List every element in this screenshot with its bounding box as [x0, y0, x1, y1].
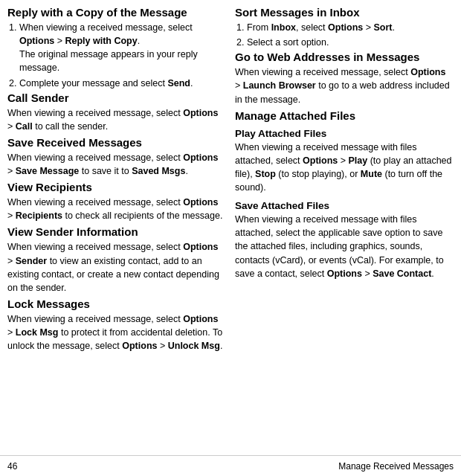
- heading-manage-attached: Manage Attached Files: [235, 109, 454, 122]
- section-go-to-web: Go to Web Addresses in Messages When vie…: [235, 51, 454, 106]
- heading-view-recipients: View Recipients: [7, 181, 223, 193]
- section-lock-messages: Lock Messages When viewing a received me…: [7, 298, 223, 353]
- heading-reply-with-copy: Reply with a Copy of the Message: [7, 6, 223, 19]
- heading-go-to-web: Go to Web Addresses in Messages: [235, 51, 454, 63]
- sub-heading-play-attached: Play Attached Files: [235, 128, 454, 139]
- footer-page-number: 46: [7, 461, 17, 472]
- list-item: Complete your message and select Send.: [19, 77, 223, 90]
- sort-messages-list: From Inbox, select Options > Sort. Selec…: [247, 21, 454, 49]
- text-view-sender-info: When viewing a received message, select …: [7, 240, 223, 295]
- sub-heading-save-attached: Save Attached Files: [235, 200, 454, 211]
- heading-save-received: Save Received Messages: [7, 136, 223, 149]
- reply-copy-list: When viewing a received message, select …: [19, 21, 223, 90]
- left-column: Reply with a Copy of the Message When vi…: [7, 6, 223, 455]
- heading-view-sender-info: View Sender Information: [7, 225, 223, 238]
- list-item: When viewing a received message, select …: [19, 21, 223, 75]
- footer-right-text: Manage Received Messages: [338, 461, 454, 472]
- heading-lock-messages: Lock Messages: [7, 298, 223, 310]
- right-column: Sort Messages in Inbox From Inbox, selec…: [235, 6, 454, 455]
- text-save-received: When viewing a received message, select …: [7, 151, 223, 178]
- list-item: Select a sort option.: [247, 36, 454, 49]
- section-view-sender-info: View Sender Information When viewing a r…: [7, 225, 223, 295]
- footer: 46 Manage Received Messages: [0, 455, 461, 476]
- content-area: Reply with a Copy of the Message When vi…: [0, 0, 461, 455]
- heading-call-sender: Call Sender: [7, 91, 223, 104]
- text-save-attached: When viewing a received message with fil…: [235, 213, 454, 280]
- section-save-received: Save Received Messages When viewing a re…: [7, 136, 223, 178]
- section-manage-attached: Manage Attached Files Play Attached File…: [235, 109, 454, 280]
- page-container: Reply with a Copy of the Message When vi…: [0, 0, 461, 476]
- text-play-attached: When viewing a received message with fil…: [235, 141, 454, 195]
- text-call-sender: When viewing a received message, select …: [7, 106, 223, 133]
- section-view-recipients: View Recipients When viewing a received …: [7, 181, 223, 222]
- section-call-sender: Call Sender When viewing a received mess…: [7, 91, 223, 133]
- section-reply-with-copy: Reply with a Copy of the Message When vi…: [7, 6, 223, 90]
- list-item: From Inbox, select Options > Sort.: [247, 21, 454, 34]
- text-go-to-web: When viewing a received message, select …: [235, 65, 454, 106]
- section-sort-messages: Sort Messages in Inbox From Inbox, selec…: [235, 6, 454, 49]
- text-lock-messages: When viewing a received message, select …: [7, 312, 223, 353]
- heading-sort-messages: Sort Messages in Inbox: [235, 6, 454, 19]
- text-view-recipients: When viewing a received message, select …: [7, 196, 223, 222]
